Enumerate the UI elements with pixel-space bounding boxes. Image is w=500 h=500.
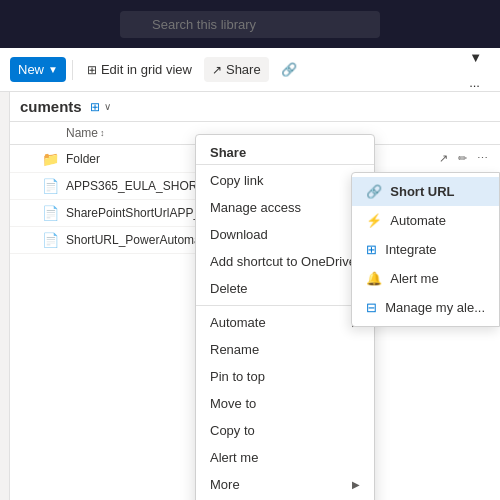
library-icon: ⊞	[90, 100, 100, 114]
filter-icon: ▼	[469, 50, 482, 65]
context-menu-rename[interactable]: Rename	[196, 336, 374, 363]
context-menu-automate[interactable]: Automate ▶	[196, 309, 374, 336]
library-chevron[interactable]: ∨	[104, 101, 111, 112]
folder-icon: 📁	[42, 151, 62, 167]
context-menu-delete[interactable]: Delete	[196, 275, 374, 302]
context-menu: Share Copy link Manage access Download A…	[195, 134, 375, 500]
download-label: Download	[210, 227, 268, 242]
row-actions-1: ↗ ✏ ⋯	[432, 150, 492, 167]
context-menu-add-shortcut[interactable]: Add shortcut to OneDrive	[196, 248, 374, 275]
automate-label: Automate	[210, 315, 266, 330]
manage-icon: ⊟	[366, 300, 377, 315]
row-edit-btn-1[interactable]: ✏	[454, 150, 471, 167]
share-label: Share	[226, 62, 261, 77]
left-sidebar	[0, 92, 10, 500]
edit-grid-label: Edit in grid view	[101, 62, 192, 77]
main-content: cuments ⊞ ∨ Name ↕ 📁 Folder ↗ ✏ ⋯	[0, 92, 500, 500]
link-button[interactable]: 🔗	[273, 57, 305, 82]
alert-me-label: Alert me	[210, 450, 258, 465]
short-url-icon: 🔗	[366, 184, 382, 199]
pdf-icon-3: 📄	[42, 205, 62, 221]
library-title: cuments	[20, 98, 82, 115]
delete-label: Delete	[210, 281, 248, 296]
short-url-panel-label: Short URL	[390, 184, 454, 199]
manage-alerts-label: Manage my ale...	[385, 300, 485, 315]
new-button[interactable]: New ▼	[10, 57, 66, 82]
integrate-icon: ⊞	[366, 242, 377, 257]
link-icon: 🔗	[281, 62, 297, 77]
more-label: More	[210, 477, 240, 492]
edit-grid-button[interactable]: ⊞ Edit in grid view	[79, 57, 200, 82]
new-label: New	[18, 62, 44, 77]
new-chevron-icon: ▼	[48, 64, 58, 75]
toolbar-dots-area: ▼ ...	[461, 45, 490, 95]
share-button[interactable]: ↗ Share	[204, 57, 269, 82]
copy-link-label: Copy link	[210, 173, 263, 188]
context-menu-pin-to-top[interactable]: Pin to top	[196, 363, 374, 390]
name-sort-icon: ↕	[100, 128, 105, 138]
row-share-btn-1[interactable]: ↗	[435, 150, 452, 167]
search-input[interactable]	[120, 11, 380, 38]
more-button[interactable]: ...	[461, 70, 490, 95]
right-panel: 🔗 Short URL ⚡ Automate ⊞ Integrate 🔔 Ale…	[351, 172, 500, 327]
filter-button[interactable]: ▼	[461, 45, 490, 70]
manage-access-label: Manage access	[210, 200, 301, 215]
search-wrapper: 🔍	[120, 11, 380, 38]
context-menu-copy-link[interactable]: Copy link	[196, 167, 374, 194]
context-menu-more[interactable]: More ▶	[196, 471, 374, 498]
more-submenu-arrow: ▶	[352, 479, 360, 490]
right-panel-alert-me[interactable]: 🔔 Alert me	[352, 264, 499, 293]
right-panel-integrate[interactable]: ⊞ Integrate	[352, 235, 499, 264]
toolbar-separator-1	[72, 60, 73, 80]
alert-me-panel-label: Alert me	[390, 271, 438, 286]
automate-panel-label: Automate	[390, 213, 446, 228]
add-shortcut-label: Add shortcut to OneDrive	[210, 254, 356, 269]
context-menu-alert-me[interactable]: Alert me	[196, 444, 374, 471]
automate-icon: ⚡	[366, 213, 382, 228]
name-col-label: Name	[66, 126, 98, 140]
right-panel-manage-alerts[interactable]: ⊟ Manage my ale...	[352, 293, 499, 322]
pin-to-top-label: Pin to top	[210, 369, 265, 384]
edit-grid-icon: ⊞	[87, 63, 97, 77]
toolbar: New ▼ ⊞ Edit in grid view ↗ Share 🔗 ▼ ..…	[0, 48, 500, 92]
pdf-icon-4: 📄	[42, 232, 62, 248]
copy-to-label: Copy to	[210, 423, 255, 438]
integrate-panel-label: Integrate	[385, 242, 436, 257]
alert-icon: 🔔	[366, 271, 382, 286]
top-bar: 🔍	[0, 0, 500, 48]
file-list-header: cuments ⊞ ∨	[10, 92, 500, 122]
context-menu-move-to[interactable]: Move to	[196, 390, 374, 417]
context-menu-sep-1	[196, 305, 374, 306]
pdf-icon-2: 📄	[42, 178, 62, 194]
context-menu-manage-access[interactable]: Manage access	[196, 194, 374, 221]
share-icon: ↗	[212, 63, 222, 77]
more-label: ...	[469, 75, 480, 90]
right-panel-short-url[interactable]: 🔗 Short URL	[352, 177, 499, 206]
context-menu-header: Share	[196, 139, 374, 165]
context-menu-download[interactable]: Download	[196, 221, 374, 248]
context-menu-copy-to[interactable]: Copy to	[196, 417, 374, 444]
move-to-label: Move to	[210, 396, 256, 411]
rename-label: Rename	[210, 342, 259, 357]
row-more-btn-1[interactable]: ⋯	[473, 150, 492, 167]
right-panel-automate[interactable]: ⚡ Automate	[352, 206, 499, 235]
